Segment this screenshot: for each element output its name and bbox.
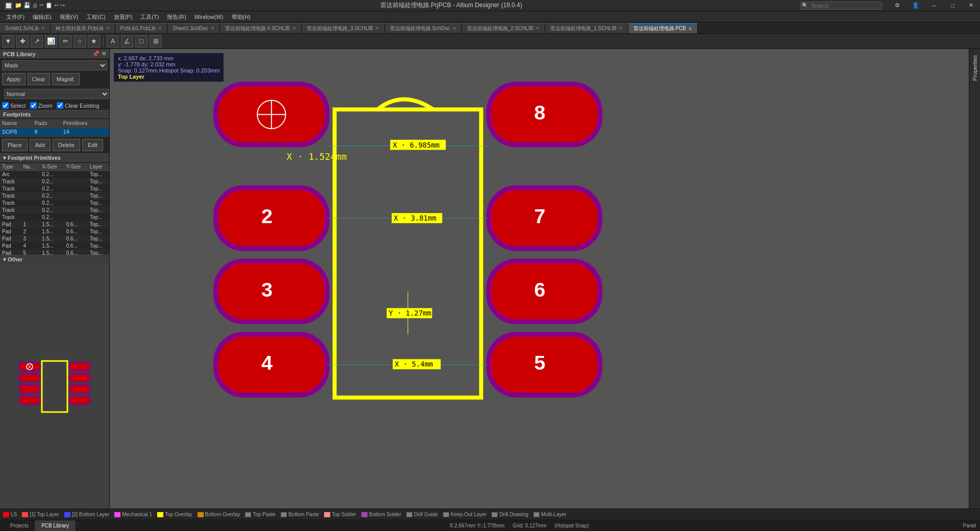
primitive-row[interactable]: Pad31.5...0.6...Top...	[0, 235, 109, 243]
primitive-row[interactable]: Track0.2...Top...	[0, 192, 109, 200]
menu-window[interactable]: Window(W)	[190, 11, 228, 22]
layer-bottom[interactable]: [2] Bottom Layer	[64, 512, 109, 517]
tab-schlib1[interactable]: Schlib1.SchLib✕	[0, 23, 51, 33]
tab-schlib2[interactable]: 雷达前端处理电路_2.SCHLIB✕	[462, 23, 545, 33]
search-area[interactable]: 🔍	[800, 2, 882, 10]
add-button[interactable]: Add	[30, 139, 51, 151]
layer-top[interactable]: [1] Top Layer	[22, 512, 59, 517]
delete-button[interactable]: Delete	[53, 139, 80, 151]
grid-btn[interactable]: ⊞	[150, 35, 162, 47]
tab-pcblib1[interactable]: PcbLib1.PcbLib✕	[115, 23, 168, 33]
menu-edit[interactable]: 编辑(E)	[29, 11, 56, 22]
tab-schlib1b[interactable]: 雷达前端处理电路_1.SCHLIB✕	[545, 23, 628, 33]
tab-schdoc[interactable]: 雷达前端处理电路.SchDoc✕	[385, 23, 462, 33]
edit-button[interactable]: Edit	[82, 139, 103, 151]
tab-close[interactable]: ✕	[292, 26, 296, 31]
maximize-button[interactable]: □	[943, 0, 962, 11]
user-icon[interactable]: 👤	[906, 0, 925, 11]
angle-btn[interactable]: ∠	[121, 35, 133, 47]
add-btn[interactable]: ✚	[16, 35, 29, 47]
footer-tab-projects[interactable]: Projects	[4, 520, 35, 532]
menu-help[interactable]: 帮助(H)	[228, 11, 255, 22]
pcb-svg[interactable]: X · 1.524mm 2 3 4 5 6 7	[110, 49, 969, 509]
settings-icon[interactable]: ⚙	[888, 0, 906, 11]
layer-top-paste[interactable]: Top Paste	[245, 512, 275, 517]
layer-mech1[interactable]: Mechanical 1	[114, 512, 152, 517]
tab-schlib3[interactable]: 雷达前端处理电路_3.SCHLIB✕	[302, 23, 385, 33]
properties-label[interactable]: Properties	[972, 51, 978, 85]
primitive-row[interactable]: Pad41.5...0.6...Top...	[0, 243, 109, 250]
panel-close[interactable]: ✕	[102, 51, 106, 57]
primitive-row[interactable]: Track0.2...Top...	[0, 207, 109, 214]
menu-place[interactable]: 放置(P)	[110, 11, 137, 22]
layer-multi[interactable]: Multi-Layer	[533, 512, 566, 517]
footprint-row[interactable]: SOP8 8 14	[0, 128, 109, 136]
tab-close[interactable]: ✕	[452, 26, 456, 31]
tab-close[interactable]: ✕	[106, 26, 110, 31]
tab-close[interactable]: ✕	[688, 26, 692, 32]
select-checkbox-label[interactable]: Select	[2, 102, 26, 109]
primitive-row[interactable]: Track0.2...Top...	[0, 178, 109, 185]
tab-close[interactable]: ✕	[210, 26, 214, 31]
layer-ls[interactable]: LS	[3, 512, 17, 517]
footer-tab-pcblib[interactable]: PCB Library	[35, 520, 76, 532]
primitives-header[interactable]: ▾ Footprint Primitives	[0, 153, 109, 163]
layer-keepout[interactable]: Keep-Out Layer	[443, 512, 487, 517]
zoom-checkbox[interactable]	[30, 102, 37, 109]
select-checkbox[interactable]	[2, 102, 9, 109]
primitive-row[interactable]: Pad21.5...0.6...Top...	[0, 228, 109, 235]
minimize-button[interactable]: ─	[925, 0, 943, 11]
layer-bottom-overlay[interactable]: Bottom Overlay	[198, 512, 240, 517]
primitive-row[interactable]: Pad11.5...0.6...Top...	[0, 221, 109, 228]
zoom-checkbox-label[interactable]: Zoom	[30, 102, 53, 109]
filter-btn[interactable]: ▼	[2, 35, 14, 47]
tab-close[interactable]: ✕	[619, 26, 623, 31]
primitive-row[interactable]: Track0.2...Top...	[0, 200, 109, 207]
primitive-row[interactable]: Track0.2...Top...	[0, 185, 109, 192]
close-button[interactable]: ✕	[962, 0, 980, 11]
menu-view[interactable]: 视图(V)	[56, 11, 83, 22]
tab-close[interactable]: ✕	[41, 26, 45, 31]
layer-drill-drawing[interactable]: Drill Drawing	[492, 512, 528, 517]
menu-file[interactable]: 文件(F)	[2, 11, 29, 22]
clear-existing-checkbox[interactable]	[57, 102, 63, 109]
tab-schlib4[interactable]: 雷达前端处理电路.4.SCHLIB✕	[220, 23, 302, 33]
clear-button[interactable]: Clear	[28, 73, 50, 85]
normal-select[interactable]: Normal	[4, 89, 109, 99]
tab-pcblib[interactable]: 林士琪封装库.PcbLib✕	[51, 23, 115, 33]
layer-bottom-paste[interactable]: Bottom Paste	[281, 512, 319, 517]
tab-close[interactable]: ✕	[535, 26, 540, 31]
panel-pin[interactable]: 📌	[92, 51, 100, 57]
rect-btn[interactable]: □	[135, 35, 148, 47]
circle-btn[interactable]: ○	[74, 35, 86, 47]
primitive-row[interactable]: Track0.2...Top...	[0, 214, 109, 221]
mask-select[interactable]: Mask	[2, 60, 107, 70]
tab-sheet1[interactable]: Sheet1.SchDoc✕	[167, 23, 220, 33]
layer-drill-guide[interactable]: Drill Guide	[406, 512, 438, 517]
tab-pcb[interactable]: 雷达前端处理电路.PCB✕	[628, 23, 698, 33]
cursor-btn[interactable]: ↗	[31, 35, 43, 47]
apply-button[interactable]: Apply	[2, 73, 26, 85]
tab-close[interactable]: ✕	[158, 26, 162, 31]
chart-btn[interactable]: 📊	[45, 35, 57, 47]
layer-top-solder[interactable]: Top Solder	[324, 512, 356, 517]
star-btn[interactable]: ★	[88, 35, 100, 47]
text-btn[interactable]: A	[107, 35, 119, 47]
place-button[interactable]: Place	[2, 139, 28, 151]
layer-bottom-solder[interactable]: Bottom Solder	[361, 512, 401, 517]
other-section[interactable]: ▾ Other	[0, 255, 109, 264]
clear-existing-checkbox-label[interactable]: Clear Existing	[57, 102, 100, 109]
pen-btn[interactable]: ✏	[59, 35, 71, 47]
primitive-row[interactable]: Pad51.5...0.6...Top...	[0, 250, 109, 255]
menu-tools[interactable]: 工具(T)	[136, 11, 163, 22]
search-input[interactable]	[809, 3, 881, 9]
tab-close[interactable]: ✕	[375, 26, 379, 31]
footer-panel[interactable]: Panel	[963, 523, 976, 528]
primitive-row[interactable]: Arc0.2...Top...	[0, 171, 109, 178]
menu-project[interactable]: 工程(C)	[82, 11, 109, 22]
layer-top-overlay[interactable]: Top Overlay	[157, 512, 192, 517]
canvas-area[interactable]: x: 2.667 dx: 2.733 mm y: -1.778 dy: 2.03…	[110, 49, 969, 509]
menu-reports[interactable]: 报告(R)	[163, 11, 190, 22]
footprints-header[interactable]: Footprints	[0, 110, 109, 119]
magnify-button[interactable]: Magnif.	[52, 73, 80, 85]
